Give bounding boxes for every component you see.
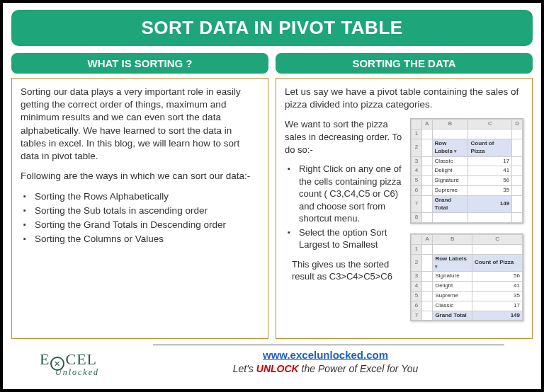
t1-r1b: 17 [468, 156, 512, 166]
bullet-grandtotals-desc: Sorting the Grand Totals in Descending o… [23, 219, 259, 231]
bullet-subtotals-asc: Sorting the Sub totals in ascending orde… [23, 204, 259, 217]
t2-r4b: 17 [472, 301, 523, 311]
t1-r2a: Delight [432, 166, 468, 176]
t2-r3a: Supreme [433, 291, 472, 301]
website-link[interactable]: www.excelunlocked.com [263, 349, 388, 361]
bullet-columns-values: Sorting the Columns or Values [23, 233, 259, 246]
t2-h1: Row Labels [435, 255, 466, 262]
tag-post: the Power of Excel for You [299, 363, 419, 374]
t1-h1: Row Labels [435, 140, 453, 154]
t1-r1a: Classic [432, 156, 468, 166]
tagline: Let's UNLOCK the Power of Excel for You [118, 363, 533, 374]
footer-divider [153, 345, 504, 345]
t1-gt: Grand Total [432, 195, 468, 213]
left-header: WHAT IS SORTING ? [11, 53, 268, 74]
step-right-click: Right Click on any one of the cells cont… [288, 163, 404, 225]
right-result: This gives us the sorted result as C3>C4… [285, 258, 404, 283]
t1-h2: Count of Pizza [468, 139, 512, 157]
logo-letters-cel: CEL [65, 350, 97, 369]
brand-logo: E ✕ CEL Unlocked [40, 350, 97, 369]
t2-h2: Count of Pizza [472, 254, 523, 272]
tag-unlock: UNLOCK [256, 363, 299, 374]
content-columns: WHAT IS SORTING ? Sorting our data plays… [11, 53, 533, 339]
t1-r3b: 56 [468, 176, 512, 186]
t2-gtv: 149 [472, 311, 523, 321]
t2-gt: Grand Total [433, 311, 472, 321]
page-title: SORT DATA IN PIVOT TABLE [11, 10, 533, 46]
t1-r2b: 41 [468, 166, 512, 176]
page-frame: SORT DATA IN PIVOT TABLE WHAT IS SORTING… [0, 0, 544, 392]
right-header: SORTING THE DATA [276, 53, 533, 74]
right-steps: We want to sort the pizza sales in decre… [285, 118, 404, 331]
logo-subtext: Unlocked [55, 367, 99, 378]
right-body: Let us say we have a pivot table contain… [276, 78, 533, 339]
example-tables: ABCD 1 2Row Labels ▾Count of Pizza 3Clas… [410, 118, 523, 331]
dropdown-icon: ▾ [454, 149, 457, 154]
t1-r4a: Supreme [432, 186, 468, 196]
t2-r3b: 35 [472, 291, 523, 301]
pivot-after: ABC 1 2Row Labels ▾Count of Pizza 3Signa… [410, 234, 523, 321]
left-body: Sorting our data plays a very important … [11, 78, 268, 339]
left-bullets: Sorting the Rows Alphabetically Sorting … [21, 190, 259, 246]
t2-r2a: Delight [433, 282, 472, 292]
t2-r1b: 56 [472, 272, 523, 282]
step-sort-largest: Select the option Sort Largest to Smalle… [288, 226, 404, 251]
footer: E ✕ CEL Unlocked www.excelunlocked.com L… [11, 345, 533, 374]
left-para1: Sorting our data plays a very important … [21, 86, 259, 163]
tag-pre: Let's [233, 363, 256, 374]
left-para2: Following are the ways in which we can s… [21, 170, 259, 183]
t1-r3a: Signature [432, 176, 468, 186]
t2-r2b: 41 [472, 282, 523, 292]
t2-r1a: Signature [433, 272, 472, 282]
t2-r4a: Classic [433, 301, 472, 311]
right-p1: We want to sort the pizza sales in decre… [285, 118, 404, 156]
left-column: WHAT IS SORTING ? Sorting our data plays… [11, 53, 268, 339]
t1-r4b: 35 [468, 186, 512, 196]
dropdown-icon: ▾ [435, 264, 438, 269]
right-column: SORTING THE DATA Let us say we have a pi… [276, 53, 533, 339]
right-intro: Let us say we have a pivot table contain… [285, 86, 523, 111]
bullet-rows-alpha: Sorting the Rows Alphabetically [23, 190, 259, 203]
pivot-before: ABCD 1 2Row Labels ▾Count of Pizza 3Clas… [410, 118, 523, 224]
logo-letter-e: E [40, 350, 50, 369]
t1-gtv: 149 [468, 195, 512, 213]
footer-right: www.excelunlocked.com Let's UNLOCK the P… [118, 345, 533, 374]
